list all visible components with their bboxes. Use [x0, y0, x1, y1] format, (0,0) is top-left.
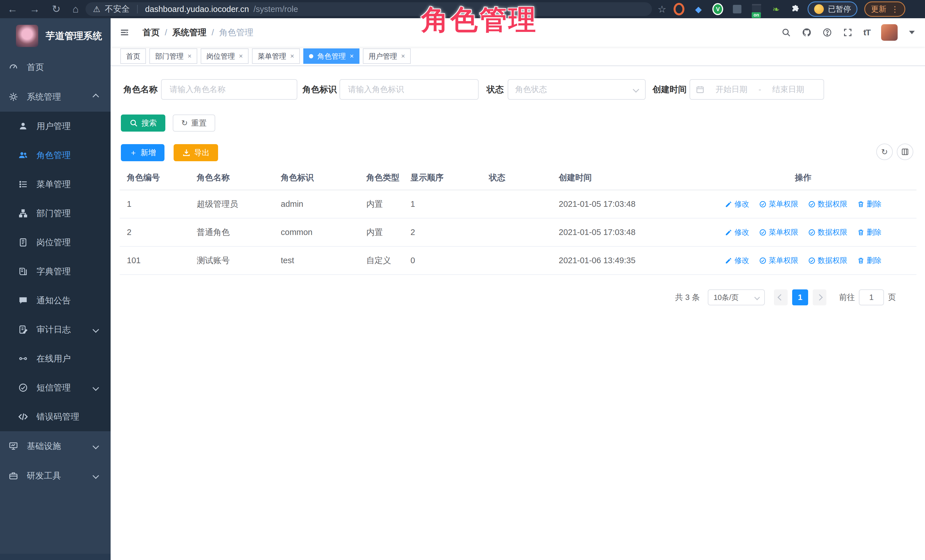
reset-button[interactable]: ↻ 重置 — [173, 114, 215, 132]
github-icon[interactable] — [802, 28, 812, 37]
sidebar-item-departments[interactable]: 部门管理 — [0, 199, 111, 228]
page-size-select[interactable]: 10条/页 — [708, 290, 765, 305]
current-page[interactable]: 1 — [792, 290, 808, 305]
grid-extension-icon[interactable] — [732, 4, 743, 15]
sidebar-item-notices[interactable]: 通知公告 — [0, 286, 111, 315]
avatar[interactable] — [881, 24, 898, 41]
sidebar-item-dev-tools[interactable]: 研发工具 — [0, 461, 111, 491]
font-size-icon[interactable]: tT — [863, 28, 870, 37]
status-select[interactable]: 角色状态 — [508, 79, 646, 100]
puzzle-extensions-icon[interactable] — [790, 4, 801, 15]
chevron-down-icon — [93, 473, 99, 479]
check-circle-icon — [808, 229, 815, 236]
check-circle-icon — [808, 201, 815, 208]
back-icon[interactable]: ← — [8, 3, 18, 15]
breadcrumb-system[interactable]: 系统管理 — [172, 27, 206, 39]
tab-users[interactable]: 用户管理× — [363, 48, 411, 64]
sidebar-item-system[interactable]: 系统管理 — [0, 82, 111, 112]
sidebar-item-infrastructure[interactable]: 基础设施 — [0, 431, 111, 461]
sidebar-item-users[interactable]: 用户管理 — [0, 112, 111, 141]
leaf-extension-icon[interactable]: ❧ — [770, 4, 781, 15]
edit-link[interactable]: 修改 — [725, 227, 749, 237]
data-permission-link[interactable]: 数据权限 — [808, 199, 847, 209]
menu-permission-link[interactable]: 菜单权限 — [759, 199, 798, 209]
end-date-input[interactable] — [766, 85, 810, 94]
sidebar-item-home[interactable]: 首页 — [0, 53, 111, 82]
sidebar-item-online-users[interactable]: 在线用户 — [0, 344, 111, 373]
role-key-input[interactable] — [339, 79, 479, 100]
green-extension-icon[interactable]: V — [713, 4, 723, 15]
role-name-input[interactable] — [161, 79, 297, 100]
row-actions: 修改 菜单权限 数据权限 删除 — [690, 199, 916, 209]
sidebar-item-menus[interactable]: 菜单管理 — [0, 170, 111, 199]
columns-icon — [901, 147, 909, 156]
goto-page-input[interactable] — [859, 290, 884, 305]
menu-permission-link[interactable]: 菜单权限 — [759, 255, 798, 266]
screen: ← → ↻ ⌂ ⚠ 不安全 dashboard.yudao.iocoder.cn… — [0, 0, 925, 560]
date-range-picker[interactable]: - — [690, 79, 824, 100]
close-icon[interactable]: × — [290, 52, 294, 60]
trash-icon — [857, 257, 865, 264]
sidebar-item-audit-log[interactable]: 审计日志 — [0, 315, 111, 344]
start-date-input[interactable] — [710, 85, 753, 94]
next-page-button[interactable] — [813, 290, 826, 305]
kebab-menu-icon[interactable]: ⋮ — [891, 5, 899, 14]
update-button[interactable]: 更新 ⋮ — [864, 2, 905, 17]
bookmark-star-icon[interactable]: ☆ — [658, 3, 666, 15]
security-label[interactable]: 不安全 — [105, 3, 130, 15]
column-settings-icon[interactable] — [897, 144, 913, 160]
refresh-icon[interactable]: ↻ — [876, 144, 893, 160]
edit-icon — [725, 229, 732, 236]
fullscreen-icon[interactable] — [843, 28, 853, 37]
table-toolbar: ＋ 新增 导出 — [121, 144, 218, 161]
sidebar-item-error-codes[interactable]: 错误码管理 — [0, 402, 111, 431]
forward-icon[interactable]: → — [30, 3, 40, 15]
role-key-label: 角色标识 — [303, 84, 337, 95]
sidebar-item-posts[interactable]: 岗位管理 — [0, 228, 111, 257]
tab-roles-active[interactable]: 角色管理× — [303, 48, 360, 64]
tab-posts[interactable]: 岗位管理× — [201, 48, 249, 64]
sidebar-item-sms[interactable]: 短信管理 — [0, 373, 111, 402]
delete-link[interactable]: 删除 — [857, 227, 882, 237]
plus-icon: ＋ — [130, 147, 137, 158]
delete-link[interactable]: 删除 — [857, 199, 882, 209]
close-icon[interactable]: × — [350, 52, 354, 60]
help-icon[interactable] — [823, 28, 832, 37]
close-icon[interactable]: × — [401, 52, 405, 60]
sidebar-item-roles[interactable]: 角色管理 — [0, 141, 111, 170]
caret-down-icon[interactable] — [909, 31, 915, 34]
close-icon[interactable]: × — [188, 52, 191, 60]
edit-link[interactable]: 修改 — [725, 255, 749, 266]
export-button[interactable]: 导出 — [173, 144, 218, 161]
create-time-label: 创建时间 — [652, 84, 687, 95]
created-at: 2021-01-06 13:49:35 — [559, 256, 690, 265]
tab-menus[interactable]: 菜单管理× — [252, 48, 300, 64]
prev-page-button[interactable] — [774, 290, 788, 305]
delete-link[interactable]: 删除 — [857, 255, 882, 266]
chevron-down-icon — [754, 294, 760, 300]
edit-link[interactable]: 修改 — [725, 199, 749, 209]
data-permission-link[interactable]: 数据权限 — [808, 227, 847, 237]
divider — [137, 5, 138, 14]
gem-extension-icon[interactable]: ◆ — [693, 4, 704, 15]
breadcrumb-current: 角色管理 — [219, 27, 253, 39]
address-bar[interactable]: ⚠ 不安全 dashboard.yudao.iocoder.cn/system/… — [86, 2, 652, 16]
adblock-extension-icon[interactable]: on — [751, 4, 762, 15]
check-circle-icon — [759, 229, 767, 236]
tab-home[interactable]: 首页 — [120, 48, 146, 64]
sidebar-item-dictionary[interactable]: 字典管理 — [0, 257, 111, 286]
search-icon[interactable] — [781, 28, 791, 37]
search-button[interactable]: 搜索 — [121, 114, 165, 132]
close-icon[interactable]: × — [239, 52, 243, 60]
hamburger-icon[interactable] — [111, 28, 130, 37]
add-button[interactable]: ＋ 新增 — [121, 144, 164, 161]
home-icon[interactable]: ⌂ — [72, 3, 79, 15]
reload-icon[interactable]: ↻ — [52, 3, 60, 15]
tab-departments[interactable]: 部门管理× — [149, 48, 197, 64]
target-extension-icon[interactable] — [673, 4, 684, 15]
filter-form: 角色名称 角色标识 状态 角色状态 创建时间 - — [124, 79, 824, 100]
data-permission-link[interactable]: 数据权限 — [808, 255, 847, 266]
profile-paused-pill[interactable]: 已暂停 — [807, 2, 857, 17]
menu-permission-link[interactable]: 菜单权限 — [759, 227, 798, 237]
breadcrumb-home[interactable]: 首页 — [143, 27, 160, 39]
